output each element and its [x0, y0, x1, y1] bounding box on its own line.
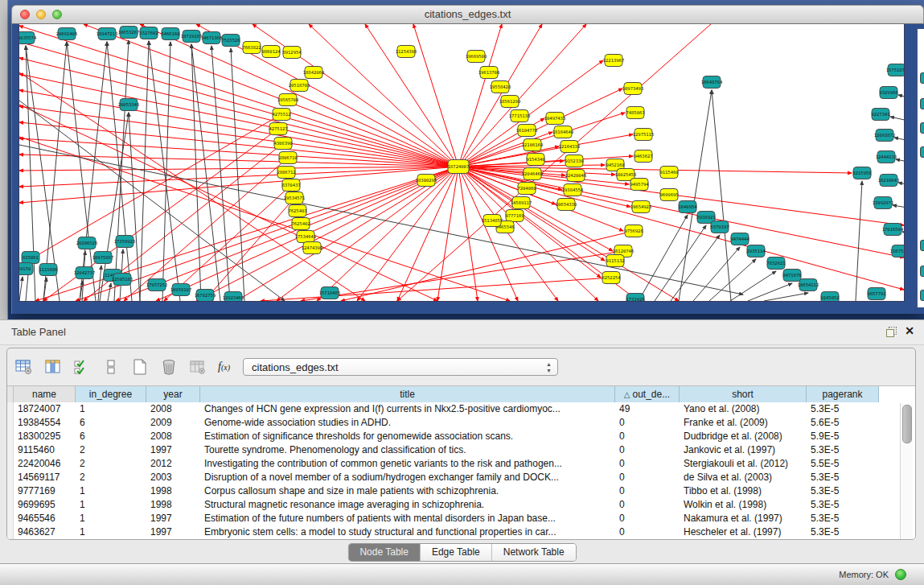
graph-node[interactable]: 11675314 [890, 245, 904, 257]
table-cell[interactable]: 2012 [146, 457, 200, 471]
graph-node[interactable]: 9115132 [606, 255, 624, 267]
delete-table-icon[interactable] [160, 359, 178, 375]
table-cell[interactable]: Disruption of a novel member of a sodium… [200, 471, 615, 484]
graph-node[interactable]: 22420046 [565, 170, 587, 182]
table-cell[interactable]: 1 [76, 402, 146, 416]
graph-node[interactable]: 18561290 [499, 96, 521, 108]
table-cell[interactable]: 2 [76, 457, 146, 471]
graph-node[interactable]: 18300295 [416, 175, 437, 187]
graph-node[interactable]: 20053346 [118, 99, 140, 111]
column-header-name[interactable]: name [14, 386, 76, 402]
graph-node[interactable]: 16782759 [195, 290, 216, 302]
graph-node[interactable]: 12474390 [302, 242, 323, 254]
show-column-icon[interactable] [44, 359, 62, 375]
graph-node[interactable]: 9699695 [659, 189, 678, 201]
graph-node[interactable]: 18164640 [552, 126, 574, 138]
graph-node[interactable]: 4308390 [273, 138, 292, 150]
close-window-icon[interactable] [20, 10, 30, 19]
graph-node[interactable]: 20206526 [76, 237, 98, 249]
table-cell[interactable]: 14569117 [14, 471, 76, 484]
table-cell[interactable]: Changes of HCN gene expression and I(f) … [200, 402, 615, 416]
table-cell[interactable]: 9465546 [14, 512, 76, 525]
table-cell[interactable]: 9777169 [14, 484, 76, 498]
graph-node[interactable]: 1115686 [39, 264, 57, 276]
table-cell[interactable]: Wolkin et al. (1998) [680, 498, 807, 512]
graph-node[interactable]: 18947213 [97, 28, 118, 40]
graph-node[interactable]: 9860124 [261, 46, 281, 58]
table-cell[interactable]: 2 [76, 471, 146, 484]
graph-node[interactable]: 6379197 [710, 221, 729, 233]
graph-node[interactable]: 10654112 [798, 279, 819, 291]
graph-node[interactable]: 9329966 [879, 87, 897, 99]
network-graph-canvas[interactable]: 1403557420691406189472131065328715276026… [18, 24, 905, 302]
table-cell[interactable]: 0 [615, 457, 680, 471]
graph-node[interactable]: 16210643 [878, 175, 900, 187]
table-row[interactable]: 1938455462009Genome-wide association stu… [7, 416, 915, 430]
graph-node[interactable]: 10654330 [556, 199, 577, 211]
table-cell[interactable]: Estimation of the future numbers of pati… [200, 512, 615, 525]
graph-node[interactable]: 39159 [19, 263, 33, 275]
table-cell[interactable]: 9699695 [14, 498, 76, 512]
graph-node[interactable]: 15134857 [482, 215, 503, 227]
table-cell[interactable]: 0 [615, 498, 680, 512]
graph-node[interactable]: 12213967 [603, 55, 625, 67]
graph-node[interactable]: 7832621 [766, 257, 785, 270]
graph-node[interactable]: 12042737 [74, 267, 96, 279]
graph-node[interactable]: 8252254 [602, 272, 621, 284]
graph-node[interactable]: 8215958 [852, 167, 871, 179]
graph-node[interactable]: 6466160 [161, 28, 179, 40]
table-cell[interactable]: Dudbridge et al. (2008) [680, 430, 807, 443]
table-cell[interactable]: 5.3E-5 [807, 498, 879, 512]
table-cell[interactable]: 0 [615, 471, 680, 484]
table-cell[interactable]: 19384554 [14, 416, 76, 430]
table-row[interactable]: 911546021997Tourette syndrome. Phenomeno… [7, 443, 915, 457]
table-cell[interactable]: 0 [615, 430, 680, 443]
table-cell[interactable]: 5.6E-5 [807, 416, 879, 430]
function-builder-icon[interactable]: f(x) [218, 360, 230, 373]
graph-node[interactable]: 16648784 [701, 76, 723, 89]
table-cell[interactable]: 1 [76, 484, 146, 498]
network-view-window[interactable]: citations_edges.txt 14035574206914061894… [11, 5, 924, 314]
graph-node[interactable]: 10497433 [544, 113, 566, 125]
graph-node[interactable]: 2806710 [278, 152, 297, 164]
graph-node[interactable]: 20518703 [289, 80, 310, 92]
table-row[interactable]: 977716911998Corpus callosum shape and si… [7, 484, 915, 498]
graph-node[interactable]: 12975115 [633, 129, 655, 141]
table-cell[interactable]: Embryonic stem cells: a model to study s… [200, 525, 615, 539]
column-header-in_degree[interactable]: in_degree [76, 386, 146, 402]
table-cell[interactable]: 5.3E-5 [807, 471, 879, 484]
graph-node[interactable]: 9777169 [505, 210, 524, 222]
graph-node[interactable]: 12444138 [876, 151, 897, 163]
graph-node[interactable]: 2935114 [746, 245, 766, 257]
table-cell[interactable]: 9115460 [14, 443, 76, 457]
table-row[interactable]: 1456911722003Disruption of a novel membe… [7, 471, 915, 484]
graph-node[interactable]: 19613700 [478, 67, 500, 79]
table-cell[interactable]: Hescheler et al. (1997) [680, 525, 807, 539]
graph-node[interactable]: 22046460 [522, 168, 544, 180]
table-cell[interactable]: 5.3E-5 [807, 525, 879, 539]
table-cell[interactable]: 1 [76, 525, 146, 539]
table-cell[interactable]: Jankovic et al. (1997) [680, 443, 807, 457]
graph-node[interactable]: 7515526 [221, 35, 240, 47]
graph-node[interactable]: 14671368 [201, 32, 223, 44]
table-cell[interactable]: 6 [76, 416, 146, 430]
graph-node[interactable]: 7625402 [291, 218, 310, 230]
table-cell[interactable]: 2003 [146, 471, 200, 484]
graph-node[interactable]: 8370437 [281, 179, 300, 192]
close-panel-icon[interactable]: ✕ [905, 324, 914, 337]
table-cell[interactable]: 6 [76, 430, 146, 443]
graph-node[interactable]: 9756928 [624, 225, 643, 237]
column-header-out_de[interactable]: △out_de... [615, 386, 680, 402]
graph-node[interactable]: 15718485 [319, 287, 341, 299]
table-cell[interactable]: 1998 [146, 484, 200, 498]
table-cell[interactable]: 5.5E-5 [807, 457, 879, 471]
graph-node[interactable]: 11254398 [396, 46, 417, 58]
table-row[interactable]: 946554611997Estimation of the future num… [7, 512, 915, 525]
table-cell[interactable]: 2 [76, 443, 146, 457]
table-cell[interactable]: 2008 [146, 430, 200, 443]
table-cell[interactable]: 1998 [146, 498, 200, 512]
graph-node[interactable]: 7485063 [626, 107, 644, 119]
graph-node[interactable]: 17016504 [882, 224, 904, 236]
graph-node[interactable]: 9463627 [634, 150, 652, 163]
table-cell[interactable]: Franke et al. (2009) [680, 416, 807, 430]
